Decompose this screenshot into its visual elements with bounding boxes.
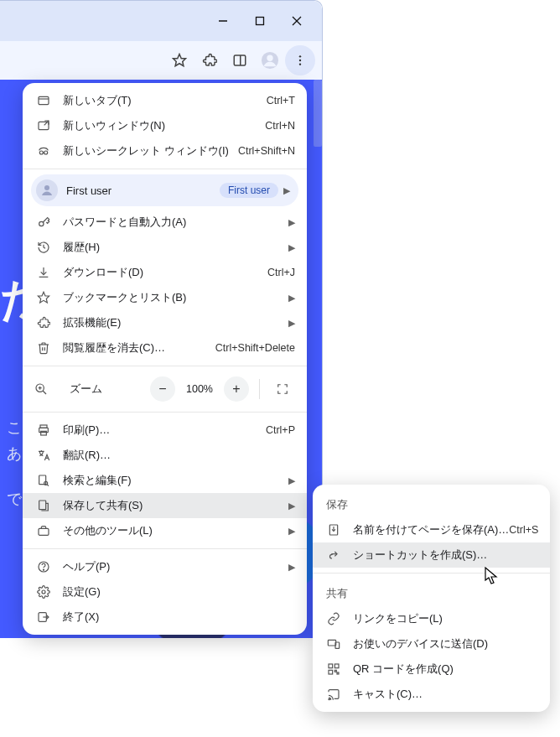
menu-item-label: お使いのデバイスに送信(D)	[353, 636, 538, 651]
menu-item-accel: Ctrl+J	[267, 267, 295, 278]
svg-rect-14	[39, 122, 49, 129]
svg-point-10	[299, 60, 301, 61]
menu-item-label: ダウンロード(D)	[63, 265, 267, 280]
profile-avatar-icon[interactable]	[255, 45, 285, 75]
submenu-send-device[interactable]: お使いのデバイスに送信(D)	[313, 631, 550, 657]
svg-point-11	[299, 63, 301, 65]
svg-rect-48	[334, 670, 336, 672]
menu-find-edit[interactable]: 検索と編集(F) ▶	[23, 468, 307, 493]
submenu-copy-link[interactable]: リンクをコピー(L)	[313, 606, 550, 631]
chevron-right-icon: ▶	[283, 526, 295, 537]
search-doc-icon	[34, 472, 53, 489]
menu-new-tab[interactable]: 新しいタブ(T) Ctrl+T	[23, 88, 307, 113]
svg-point-20	[39, 221, 44, 226]
qr-icon	[324, 661, 343, 677]
chevron-right-icon: ▶	[283, 242, 295, 253]
menu-item-label: 閲覧履歴を消去(C)…	[63, 340, 215, 356]
menu-item-label: ショートカットを作成(S)…	[353, 548, 538, 563]
menu-zoom: ズーム − 100% +	[23, 371, 307, 407]
shortcut-icon	[324, 547, 343, 563]
kebab-menu-icon[interactable]	[285, 45, 315, 75]
menu-help[interactable]: ヘルプ(P) ▶	[23, 554, 307, 579]
menu-item-label: QR コードを作成(Q)	[353, 662, 538, 677]
close-button[interactable]	[278, 4, 315, 38]
extensions-icon[interactable]	[194, 45, 225, 75]
save-share-submenu: 保存 名前を付けてページを保存(A)… Ctrl+S ショートカットを作成(S)…	[313, 485, 550, 712]
trash-icon	[34, 340, 53, 356]
link-icon	[324, 610, 343, 627]
bookmark-star-icon[interactable]	[164, 45, 194, 75]
svg-point-16	[39, 151, 43, 154]
submenu-section-title: 保存	[313, 490, 550, 517]
submenu-create-shortcut[interactable]: ショートカットを作成(S)…	[313, 542, 550, 568]
save-page-icon	[324, 522, 343, 538]
save-icon	[34, 497, 53, 514]
menu-item-label: ヘルプ(P)	[63, 559, 277, 574]
zoom-in-button[interactable]: +	[224, 376, 249, 402]
key-icon	[34, 214, 53, 231]
svg-point-36	[43, 569, 44, 570]
svg-line-24	[43, 391, 46, 394]
zoom-icon	[34, 382, 53, 396]
svg-point-17	[44, 151, 48, 154]
side-panel-icon[interactable]	[225, 45, 255, 75]
translate-icon	[34, 447, 53, 464]
chevron-right-icon: ▶	[283, 293, 295, 304]
menu-item-label: 印刷(P)…	[63, 423, 266, 438]
svg-rect-46	[334, 664, 339, 668]
new-tab-icon	[34, 92, 53, 109]
zoom-out-button[interactable]: −	[150, 376, 175, 402]
menu-translate[interactable]: 翻訳(R)…	[23, 443, 307, 468]
menu-item-label: パスワードと自動入力(A)	[63, 215, 277, 230]
menu-bookmarks[interactable]: ブックマークとリスト(B) ▶	[23, 285, 307, 310]
svg-rect-45	[329, 664, 333, 668]
menu-separator	[23, 366, 307, 366]
print-icon	[34, 422, 53, 439]
exit-icon	[34, 609, 53, 625]
divider	[259, 379, 260, 399]
svg-rect-43	[328, 640, 335, 646]
menu-profile[interactable]: First user First user ▶	[31, 174, 298, 206]
menu-print[interactable]: 印刷(P)… Ctrl+P	[23, 418, 307, 443]
profile-badge: First user	[220, 183, 278, 198]
menu-item-accel: Ctrl+Shift+Delete	[215, 342, 295, 354]
svg-rect-33	[39, 501, 46, 510]
fullscreen-button[interactable]	[270, 376, 295, 402]
menu-extensions[interactable]: 拡張機能(E) ▶	[23, 310, 307, 335]
titlebar	[0, 1, 322, 41]
menu-separator	[313, 573, 550, 574]
menu-new-window[interactable]: 新しいウィンドウ(N) Ctrl+N	[23, 113, 307, 138]
menu-incognito[interactable]: 新しいシークレット ウィンドウ(I) Ctrl+Shift+N	[23, 138, 307, 163]
menu-item-label: 拡張機能(E)	[63, 315, 277, 330]
menu-more-tools[interactable]: その他のツール(L) ▶	[23, 518, 307, 543]
submenu-qr[interactable]: QR コードを作成(Q)	[313, 657, 550, 682]
svg-rect-47	[329, 670, 333, 674]
svg-rect-30	[39, 475, 46, 485]
menu-exit[interactable]: 終了(X)	[23, 605, 307, 630]
menu-item-label: 設定(G)	[63, 584, 295, 599]
svg-point-50	[329, 698, 329, 699]
avatar-icon	[36, 179, 58, 201]
devices-icon	[324, 636, 343, 652]
menu-save-share[interactable]: 保存して共有(S) ▶	[23, 493, 307, 518]
minimize-button[interactable]	[205, 4, 241, 38]
menu-item-label: その他のツール(L)	[63, 523, 277, 538]
submenu-cast[interactable]: キャスト(C)…	[313, 682, 550, 707]
menu-item-label: 検索と編集(F)	[63, 473, 277, 488]
menu-item-label: 新しいウィンドウ(N)	[63, 118, 265, 133]
menu-item-label: ブックマークとリスト(B)	[63, 290, 277, 305]
help-icon	[34, 558, 53, 575]
submenu-save-as[interactable]: 名前を付けてページを保存(A)… Ctrl+S	[313, 517, 550, 542]
svg-point-19	[44, 185, 49, 190]
menu-clear-data[interactable]: 閲覧履歴を消去(C)… Ctrl+Shift+Delete	[23, 335, 307, 361]
extensions-icon	[34, 314, 53, 331]
menu-settings[interactable]: 設定(G)	[23, 579, 307, 605]
menu-downloads[interactable]: ダウンロード(D) Ctrl+J	[23, 260, 307, 285]
history-icon	[34, 239, 53, 256]
toolbar	[0, 41, 322, 80]
scrollbar[interactable]	[314, 80, 322, 147]
menu-passwords[interactable]: パスワードと自動入力(A) ▶	[23, 210, 307, 235]
maximize-button[interactable]	[241, 4, 278, 38]
svg-rect-49	[337, 672, 339, 674]
menu-history[interactable]: 履歴(H) ▶	[23, 235, 307, 260]
